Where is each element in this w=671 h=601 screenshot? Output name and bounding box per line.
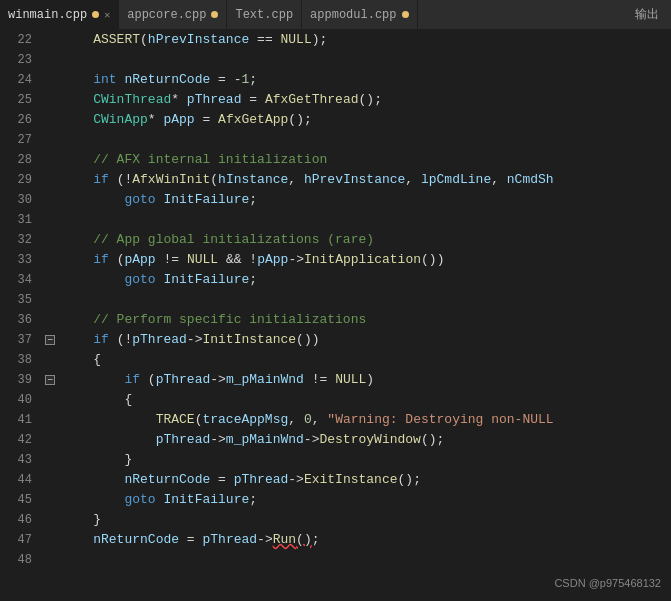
code-line-48 (58, 550, 671, 570)
gutter-27 (42, 130, 58, 150)
line-num-36: 36 (0, 310, 32, 330)
line-num-37: 37 (0, 330, 32, 350)
code-line-22: ASSERT(hPrevInstance == NULL); (58, 30, 671, 50)
code-line-23 (58, 50, 671, 70)
gutter-32 (42, 230, 58, 250)
line-num-31: 31 (0, 210, 32, 230)
tab-close-icon[interactable]: ✕ (104, 9, 110, 21)
gutter-22 (42, 30, 58, 50)
code-line-37: if (!pThread->InitInstance()) (58, 330, 671, 350)
tab-appcore-dot (211, 11, 218, 18)
tab-text-label: Text.cpp (235, 8, 293, 22)
gutter-33 (42, 250, 58, 270)
code-line-27 (58, 130, 671, 150)
code-line-26: CWinApp* pApp = AfxGetApp(); (58, 110, 671, 130)
line-num-27: 27 (0, 130, 32, 150)
gutter-24 (42, 70, 58, 90)
gutter-36 (42, 310, 58, 330)
line-num-44: 44 (0, 470, 32, 490)
code-line-40: { (58, 390, 671, 410)
tab-bar: winmain.cpp ✕ appcore.cpp Text.cpp appmo… (0, 0, 671, 30)
gutter-43 (42, 450, 58, 470)
line-num-43: 43 (0, 450, 32, 470)
code-line-47: nReturnCode = pThread->Run(); (58, 530, 671, 550)
code-line-34: goto InitFailure; (58, 270, 671, 290)
gutter-26 (42, 110, 58, 130)
tab-appmodul-dot (402, 11, 409, 18)
gutter-40 (42, 390, 58, 410)
gutter-41 (42, 410, 58, 430)
gutter-37[interactable]: − (42, 330, 58, 350)
line-num-23: 23 (0, 50, 32, 70)
code-line-36: // Perform specific initializations (58, 310, 671, 330)
code-line-38: { (58, 350, 671, 370)
line-num-39: 39 (0, 370, 32, 390)
line-num-38: 38 (0, 350, 32, 370)
gutter-38 (42, 350, 58, 370)
gutter-25 (42, 90, 58, 110)
gutter-35 (42, 290, 58, 310)
tab-winmain-label: winmain.cpp (8, 8, 87, 22)
tab-modified-dot (92, 11, 99, 18)
code-line-24: int nReturnCode = -1; (58, 70, 671, 90)
gutter-42 (42, 430, 58, 450)
line-num-26: 26 (0, 110, 32, 130)
gutter-23 (42, 50, 58, 70)
code-line-43: } (58, 450, 671, 470)
line-num-29: 29 (0, 170, 32, 190)
line-num-28: 28 (0, 150, 32, 170)
line-num-22: 22 (0, 30, 32, 50)
line-num-34: 34 (0, 270, 32, 290)
watermark: CSDN @p975468132 (554, 577, 661, 589)
gutter-39[interactable]: − (42, 370, 58, 390)
gutter-46 (42, 510, 58, 530)
gutter-45 (42, 490, 58, 510)
code-lines: ASSERT(hPrevInstance == NULL); int nRetu… (58, 30, 671, 601)
gutter-44 (42, 470, 58, 490)
gutter-28 (42, 150, 58, 170)
tab-appcore[interactable]: appcore.cpp (119, 0, 227, 29)
line-num-40: 40 (0, 390, 32, 410)
code-line-31 (58, 210, 671, 230)
code-line-44: nReturnCode = pThread->ExitInstance(); (58, 470, 671, 490)
code-line-29: if (!AfxWinInit(hInstance, hPrevInstance… (58, 170, 671, 190)
code-line-42: pThread->m_pMainWnd->DestroyWindow(); (58, 430, 671, 450)
line-num-47: 47 (0, 530, 32, 550)
tab-text[interactable]: Text.cpp (227, 0, 302, 29)
gutter-29 (42, 170, 58, 190)
code-line-33: if (pApp != NULL && !pApp->InitApplicati… (58, 250, 671, 270)
code-line-32: // App global initializations (rare) (58, 230, 671, 250)
code-line-28: // AFX internal initialization (58, 150, 671, 170)
line-num-48: 48 (0, 550, 32, 570)
line-num-41: 41 (0, 410, 32, 430)
line-num-32: 32 (0, 230, 32, 250)
gutter-31 (42, 210, 58, 230)
code-line-30: goto InitFailure; (58, 190, 671, 210)
tab-appcore-label: appcore.cpp (127, 8, 206, 22)
tab-winmain[interactable]: winmain.cpp ✕ (0, 0, 119, 29)
line-num-25: 25 (0, 90, 32, 110)
gutter-30 (42, 190, 58, 210)
tab-appmodul-label: appmodul.cpp (310, 8, 396, 22)
code-line-45: goto InitFailure; (58, 490, 671, 510)
tab-output[interactable]: 输出 (623, 0, 671, 29)
line-num-46: 46 (0, 510, 32, 530)
line-num-42: 42 (0, 430, 32, 450)
code-line-46: } (58, 510, 671, 530)
code-line-41: TRACE(traceAppMsg, 0, "Warning: Destroyi… (58, 410, 671, 430)
gutter-47 (42, 530, 58, 550)
line-num-45: 45 (0, 490, 32, 510)
code-line-25: CWinThread* pThread = AfxGetThread(); (58, 90, 671, 110)
line-num-24: 24 (0, 70, 32, 90)
fold-icon-39[interactable]: − (45, 375, 55, 385)
tab-output-label: 输出 (635, 6, 659, 23)
fold-icon-37[interactable]: − (45, 335, 55, 345)
gutter-34 (42, 270, 58, 290)
line-num-33: 33 (0, 250, 32, 270)
code-area: 22 23 24 25 26 27 28 29 30 31 32 33 34 3… (0, 30, 671, 601)
line-numbers: 22 23 24 25 26 27 28 29 30 31 32 33 34 3… (0, 30, 42, 601)
line-num-30: 30 (0, 190, 32, 210)
tab-appmodul[interactable]: appmodul.cpp (302, 0, 417, 29)
gutter-48 (42, 550, 58, 570)
line-num-35: 35 (0, 290, 32, 310)
